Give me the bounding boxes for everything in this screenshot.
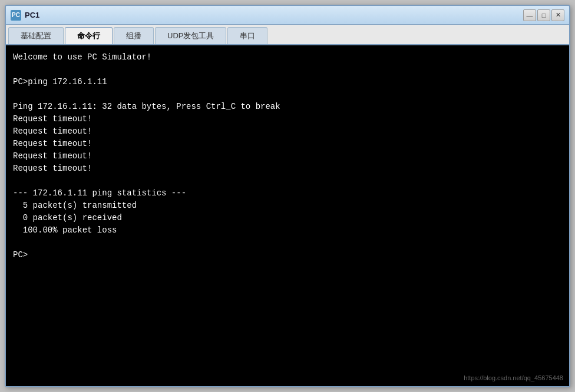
terminal-output: Welcome to use PC Simulator! PC>ping 172…	[13, 51, 562, 261]
terminal-area[interactable]: Welcome to use PC Simulator! PC>ping 172…	[6, 45, 569, 386]
maximize-button[interactable]: □	[537, 9, 550, 21]
window-title: PC1	[25, 11, 523, 19]
tab-multicast[interactable]: 组播	[114, 27, 154, 44]
tab-bar: 基础配置 命令行 组播 UDP发包工具 串口	[6, 25, 569, 45]
tab-command-line[interactable]: 命令行	[65, 27, 113, 44]
tab-udp-tool[interactable]: UDP发包工具	[155, 27, 226, 44]
minimize-button[interactable]: —	[523, 9, 536, 21]
tab-serial[interactable]: 串口	[227, 27, 267, 44]
tab-basic-config[interactable]: 基础配置	[8, 27, 64, 44]
watermark: https://blog.csdn.net/qq_45675448	[464, 374, 563, 381]
window-controls: — □ ✕	[523, 9, 564, 21]
close-button[interactable]: ✕	[551, 9, 564, 21]
window-icon: PC	[11, 10, 21, 21]
title-bar: PC PC1 — □ ✕	[6, 6, 569, 25]
main-window: PC PC1 — □ ✕ 基础配置 命令行 组播 UDP发包工具 串口 Welc…	[5, 5, 570, 387]
